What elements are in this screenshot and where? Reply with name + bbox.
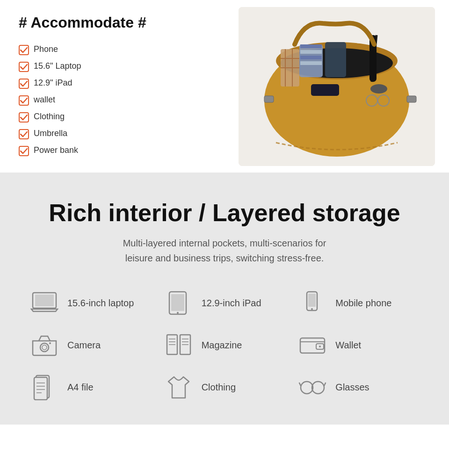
check-icon — [19, 94, 29, 105]
icon-item-file: A4 file — [28, 373, 153, 401]
svg-point-41 — [49, 342, 51, 344]
list-item-label: Clothing — [34, 108, 65, 125]
icon-label: Magazine — [202, 340, 242, 351]
svg-rect-37 — [308, 294, 316, 307]
svg-rect-11 — [299, 44, 323, 77]
icon-label: A4 file — [67, 382, 94, 393]
icons-grid: 15.6-inch laptop 12.9-inch iPad Mobile p… — [28, 289, 421, 401]
svg-point-64 — [312, 382, 324, 394]
icon-label: Mobile phone — [335, 298, 391, 309]
svg-rect-30 — [407, 96, 416, 102]
svg-point-35 — [177, 312, 179, 314]
list-item-label: Umbrella — [34, 125, 67, 142]
icon-label: Wallet — [335, 340, 361, 351]
accommodate-title: # Accommodate # — [19, 14, 206, 31]
icon-label: 15.6-inch laptop — [67, 298, 134, 309]
svg-rect-34 — [171, 294, 184, 311]
file-icon — [28, 373, 61, 401]
bottom-section: Rich interior / Layered storage Multi-la… — [0, 176, 449, 425]
icon-label: Glasses — [335, 382, 369, 393]
bag-image — [239, 7, 435, 166]
laptop-icon — [28, 289, 61, 317]
glasses-icon — [296, 373, 329, 401]
icon-item-laptop: 15.6-inch laptop — [28, 289, 153, 317]
tablet-icon — [162, 289, 195, 317]
item-list: Phone 15.6" Laptop 12.9" iPad wallet — [19, 41, 206, 159]
svg-point-39 — [40, 343, 49, 352]
icon-item-tablet: 12.9-inch iPad — [162, 289, 287, 317]
top-section: # Accommodate # Phone 15.6" Laptop 12.9"… — [0, 0, 449, 176]
wallet-icon — [296, 331, 329, 359]
list-item: Clothing — [19, 108, 206, 125]
check-icon — [19, 78, 29, 88]
rich-interior-title: Rich interior / Layered storage — [28, 200, 421, 226]
list-item: 12.9" iPad — [19, 74, 206, 91]
svg-rect-14 — [300, 56, 322, 59]
icon-item-glasses: Glasses — [296, 373, 421, 401]
list-item-label: wallet — [34, 91, 55, 108]
list-item: Umbrella — [19, 125, 206, 142]
svg-point-38 — [311, 308, 313, 310]
icon-label: Camera — [67, 340, 101, 351]
icon-label: 12.9-inch iPad — [202, 298, 261, 309]
clothing-icon — [162, 373, 195, 401]
svg-line-67 — [324, 383, 326, 386]
list-item-label: Power bank — [34, 142, 78, 159]
icon-item-camera: Camera — [28, 331, 153, 359]
list-item-label: 15.6" Laptop — [34, 58, 81, 74]
svg-rect-29 — [264, 96, 274, 102]
accommodate-panel: # Accommodate # Phone 15.6" Laptop 12.9"… — [0, 0, 224, 173]
svg-rect-32 — [35, 295, 54, 306]
check-icon — [19, 44, 29, 54]
list-item-label: Phone — [34, 41, 58, 58]
svg-line-66 — [299, 383, 301, 386]
bag-image-panel — [224, 0, 449, 173]
check-icon — [19, 128, 29, 138]
icon-item-wallet: Wallet — [296, 331, 421, 359]
phone-icon — [296, 289, 329, 317]
rich-interior-subtitle: Multi-layered internal pockets, multi-sc… — [28, 236, 421, 266]
icon-item-magazine: Magazine — [162, 331, 287, 359]
check-icon — [19, 61, 29, 71]
list-item: Phone — [19, 41, 206, 58]
svg-rect-15 — [300, 61, 322, 65]
svg-rect-58 — [34, 377, 47, 400]
svg-point-52 — [319, 346, 321, 347]
camera-icon — [28, 331, 61, 359]
check-icon — [19, 111, 29, 122]
svg-rect-12 — [300, 44, 322, 48]
list-item: wallet — [19, 91, 206, 108]
check-icon — [19, 145, 29, 155]
svg-rect-23 — [311, 84, 339, 96]
icon-item-clothing: Clothing — [162, 373, 287, 401]
list-item: 15.6" Laptop — [19, 58, 206, 74]
svg-rect-50 — [300, 338, 325, 353]
list-item: Power bank — [19, 142, 206, 159]
svg-point-40 — [42, 345, 47, 350]
svg-rect-16 — [325, 42, 346, 77]
svg-point-19 — [370, 84, 387, 94]
magazine-icon — [162, 331, 195, 359]
svg-rect-13 — [300, 50, 322, 54]
list-item-label: 12.9" iPad — [34, 74, 72, 91]
icon-label: Clothing — [202, 382, 236, 393]
icon-item-phone: Mobile phone — [296, 289, 421, 317]
svg-point-63 — [301, 382, 313, 394]
